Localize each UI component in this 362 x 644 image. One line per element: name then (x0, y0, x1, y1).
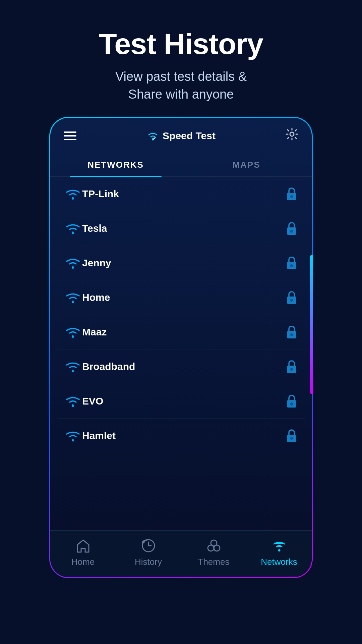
svg-point-29 (72, 439, 74, 441)
wifi-signal-icon (64, 221, 82, 235)
header-section: Test History View past test details &Sha… (0, 0, 362, 117)
bottom-nav: Home History The (50, 530, 312, 577)
svg-rect-8 (291, 231, 292, 233)
svg-point-21 (72, 370, 74, 372)
svg-point-13 (72, 301, 74, 303)
app-bar: Speed Test (50, 118, 312, 150)
phone-frame: Speed Test NETWORKS MAPS (49, 117, 313, 578)
tabs-row: NETWORKS MAPS (50, 154, 312, 177)
lock-icon (285, 290, 298, 305)
svg-rect-32 (291, 438, 292, 440)
svg-point-35 (208, 545, 214, 551)
wifi-signal-icon (64, 256, 82, 270)
network-item[interactable]: Home (57, 280, 305, 315)
svg-rect-12 (291, 266, 292, 267)
svg-point-25 (72, 405, 74, 407)
themes-icon (205, 537, 222, 554)
svg-rect-28 (291, 404, 292, 406)
svg-rect-20 (291, 335, 292, 336)
settings-button[interactable] (286, 128, 298, 144)
nav-networks[interactable]: Networks (257, 537, 301, 567)
network-item[interactable]: Jenny (57, 246, 305, 280)
lock-icon (285, 428, 298, 443)
nav-history-label: History (135, 557, 162, 567)
network-name: TP-Link (82, 188, 285, 200)
svg-rect-16 (291, 300, 292, 302)
lock-icon (285, 221, 298, 236)
wifi-signal-icon (64, 360, 82, 374)
phone-screen: Speed Test NETWORKS MAPS (50, 118, 312, 577)
nav-themes-label: Themes (198, 557, 230, 567)
network-name: Tesla (82, 223, 285, 234)
history-icon (140, 537, 157, 554)
nav-themes[interactable]: Themes (192, 537, 236, 567)
lock-icon (285, 324, 298, 340)
network-name: Home (82, 292, 285, 303)
lock-icon (285, 393, 298, 409)
nav-history[interactable]: History (127, 537, 170, 567)
networks-icon (271, 537, 288, 554)
nav-home[interactable]: Home (61, 537, 105, 567)
tab-networks[interactable]: NETWORKS (50, 154, 181, 176)
network-name: Jenny (82, 257, 285, 269)
network-name: Maaz (82, 326, 285, 338)
menu-button[interactable] (64, 131, 76, 140)
svg-point-17 (72, 336, 74, 338)
page-subtitle: View past test details &Share with anyon… (13, 68, 349, 103)
svg-rect-4 (291, 197, 292, 198)
network-item[interactable]: Broadband (57, 350, 305, 384)
svg-point-0 (290, 132, 294, 136)
svg-point-37 (278, 549, 280, 551)
lock-icon (285, 359, 298, 374)
wifi-signal-icon (64, 325, 82, 339)
lock-icon (285, 255, 298, 271)
wifi-signal-icon (64, 290, 82, 305)
network-name: Broadband (82, 361, 285, 372)
wifi-signal-icon (64, 187, 82, 201)
edge-accent (310, 255, 312, 394)
network-name: Hamlet (82, 430, 285, 441)
page-title: Test History (13, 27, 349, 61)
home-icon (75, 537, 92, 554)
network-item[interactable]: EVO (57, 384, 305, 419)
svg-rect-24 (291, 369, 292, 371)
app-logo-icon (146, 130, 159, 141)
network-item[interactable]: Hamlet (57, 419, 305, 453)
network-list: TP-Link Tesla (50, 177, 312, 530)
svg-point-9 (72, 267, 74, 269)
nav-networks-label: Networks (261, 557, 297, 567)
svg-point-36 (214, 545, 220, 551)
tab-maps[interactable]: MAPS (181, 154, 312, 176)
network-name: EVO (82, 395, 285, 407)
app-title: Speed Test (146, 130, 216, 142)
nav-home-label: Home (71, 557, 95, 567)
svg-point-5 (72, 232, 74, 234)
svg-point-1 (72, 198, 74, 200)
network-item[interactable]: Maaz (57, 315, 305, 350)
wifi-signal-icon (64, 394, 82, 408)
wifi-signal-icon (64, 429, 82, 443)
lock-icon (285, 186, 298, 202)
network-item[interactable]: Tesla (57, 211, 305, 246)
network-item[interactable]: TP-Link (57, 177, 305, 211)
